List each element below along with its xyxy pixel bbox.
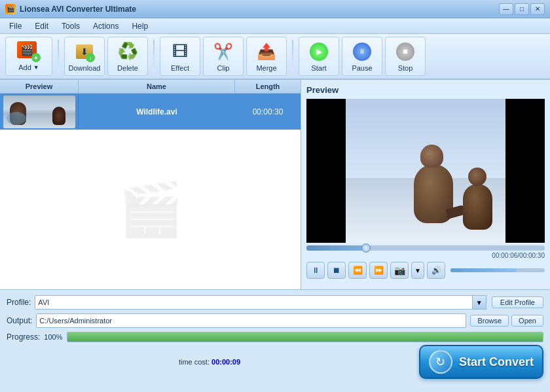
profile-label: Profile: bbox=[7, 298, 31, 307]
stop-playback-icon: ⏹ bbox=[333, 266, 340, 275]
toolbar-sep-2 bbox=[153, 40, 155, 73]
time-cost-display: time cost: 00:00:09 bbox=[7, 358, 412, 366]
col-preview-header: Preview bbox=[0, 80, 79, 93]
profile-row: Profile: ▼ Edit Profile bbox=[7, 295, 543, 310]
menu-bar: File Edit Tools Actions Help bbox=[0, 18, 550, 34]
rewind-icon: ⏪ bbox=[353, 266, 363, 275]
add-label: Add bbox=[18, 63, 31, 71]
delete-button[interactable]: ♻️ Delete bbox=[107, 37, 148, 76]
title-bar: 🎬 Lionsea AVI Converter Ultimate — □ ✕ bbox=[0, 0, 550, 18]
toolbar-sep-1 bbox=[58, 40, 59, 73]
start-icon: ▶ bbox=[308, 41, 329, 62]
time-cost-label: time cost: bbox=[179, 358, 210, 366]
fast-forward-icon: ⏩ bbox=[374, 266, 384, 275]
watermark-icon: 🎬 bbox=[118, 179, 183, 240]
seal-2-body bbox=[463, 184, 492, 230]
col-length-header: Length bbox=[235, 80, 301, 93]
stop-playback-button[interactable]: ⏹ bbox=[327, 262, 346, 279]
progress-bar-fill bbox=[67, 332, 543, 342]
profile-select[interactable] bbox=[35, 295, 472, 310]
download-button[interactable]: ⬇ ↓ Download bbox=[64, 37, 105, 76]
bottom-panel: Profile: ▼ Edit Profile Output: Browse O… bbox=[0, 289, 550, 384]
seal-1 bbox=[414, 164, 453, 223]
volume-icon: 🔊 bbox=[431, 266, 441, 275]
toolbar: 🎬 + Add ▼ ⬇ ↓ Download ♻️ Delete bbox=[0, 34, 550, 80]
close-button[interactable]: ✕ bbox=[530, 3, 545, 15]
menu-edit[interactable]: Edit bbox=[28, 20, 55, 32]
camera-icon: 📷 bbox=[394, 265, 405, 276]
stop-label: Stop bbox=[398, 64, 413, 72]
volume-bar[interactable] bbox=[450, 268, 545, 272]
volume-fill bbox=[450, 268, 517, 272]
seek-bar[interactable] bbox=[306, 245, 545, 251]
file-name: Wildlife.avi bbox=[79, 107, 235, 116]
preview-title: Preview bbox=[306, 85, 545, 95]
start-label: Start bbox=[311, 64, 326, 72]
fast-forward-button[interactable]: ⏩ bbox=[369, 262, 388, 279]
seal-1-body bbox=[414, 164, 453, 223]
left-letterbox bbox=[306, 99, 346, 243]
rewind-button[interactable]: ⏪ bbox=[348, 262, 367, 279]
start-convert-label: Start Convert bbox=[459, 355, 534, 369]
preview-panel: Preview bbox=[301, 80, 550, 289]
output-label: Output: bbox=[7, 316, 32, 325]
menu-actions[interactable]: Actions bbox=[86, 20, 125, 32]
edit-profile-button[interactable]: Edit Profile bbox=[492, 296, 543, 308]
add-button[interactable]: 🎬 + Add ▼ bbox=[5, 37, 52, 76]
seek-thumb bbox=[361, 243, 371, 253]
open-button[interactable]: Open bbox=[511, 315, 543, 327]
start-convert-button[interactable]: ↻ Start Convert bbox=[419, 345, 543, 379]
output-path-input[interactable] bbox=[36, 313, 466, 328]
effect-button[interactable]: 🎞 Effect bbox=[160, 37, 200, 76]
start-button[interactable]: ▶ Start bbox=[299, 37, 339, 76]
stop-icon: ⏹ bbox=[395, 41, 416, 62]
progress-percent: 100% bbox=[44, 333, 62, 341]
delete-label: Delete bbox=[117, 64, 138, 72]
clip-label: Clip bbox=[217, 64, 230, 72]
minimize-button[interactable]: — bbox=[499, 3, 513, 15]
merge-button[interactable]: 📤 Merge bbox=[246, 37, 287, 76]
clip-button[interactable]: ✂️ Clip bbox=[203, 37, 244, 76]
screenshot-button[interactable]: 📷 bbox=[390, 262, 409, 279]
seal-2-head bbox=[468, 168, 486, 186]
stop-button[interactable]: ⏹ Stop bbox=[385, 37, 426, 76]
main-area: Preview Name Length Wildlife.avi 00:00:3… bbox=[0, 80, 550, 289]
settings-dropdown-button[interactable]: ▼ bbox=[411, 262, 424, 279]
bottom-action-row: time cost: 00:00:09 ↻ Start Convert bbox=[7, 345, 543, 379]
col-name-header: Name bbox=[79, 80, 235, 93]
preview-video bbox=[306, 99, 545, 243]
progress-bar-container bbox=[67, 332, 544, 342]
download-label: Download bbox=[69, 64, 101, 72]
pause-icon: ⏸ bbox=[352, 41, 373, 62]
profile-dropdown-button[interactable]: ▼ bbox=[472, 295, 486, 310]
preview-time: 00:00:06/00:00:30 bbox=[306, 252, 545, 259]
menu-tools[interactable]: Tools bbox=[55, 20, 86, 32]
menu-file[interactable]: File bbox=[3, 20, 28, 32]
delete-icon: ♻️ bbox=[117, 41, 138, 62]
pause-label: Pause bbox=[352, 64, 372, 72]
video-scene bbox=[306, 99, 545, 243]
effect-label: Effect bbox=[171, 64, 189, 72]
play-pause-button[interactable]: ⏸ bbox=[306, 262, 325, 279]
app-icon: 🎬 bbox=[5, 4, 16, 14]
effect-icon: 🎞 bbox=[170, 41, 191, 62]
pause-button[interactable]: ⏸ Pause bbox=[342, 37, 382, 76]
file-list: Preview Name Length Wildlife.avi 00:00:3… bbox=[0, 80, 301, 289]
browse-button[interactable]: Browse bbox=[470, 315, 509, 327]
volume-button[interactable]: 🔊 bbox=[427, 262, 445, 279]
thumbnail-image bbox=[3, 96, 75, 128]
file-row[interactable]: Wildlife.avi 00:00:30 bbox=[0, 94, 301, 130]
progress-row: Progress: 100% bbox=[7, 332, 543, 342]
time-cost-area: time cost: 00:00:09 bbox=[7, 358, 412, 366]
chevron-down-icon: ▼ bbox=[414, 267, 421, 274]
file-thumbnail bbox=[0, 94, 79, 130]
play-pause-icon: ⏸ bbox=[312, 266, 320, 275]
maximize-button[interactable]: □ bbox=[515, 3, 529, 15]
output-row: Output: Browse Open bbox=[7, 313, 543, 328]
seek-progress bbox=[306, 245, 366, 251]
time-cost-value: 00:00:09 bbox=[211, 358, 240, 366]
file-list-header: Preview Name Length bbox=[0, 80, 301, 94]
file-length: 00:00:30 bbox=[235, 107, 301, 116]
menu-help[interactable]: Help bbox=[125, 20, 155, 32]
window-title: Lionsea AVI Converter Ultimate bbox=[20, 5, 499, 14]
